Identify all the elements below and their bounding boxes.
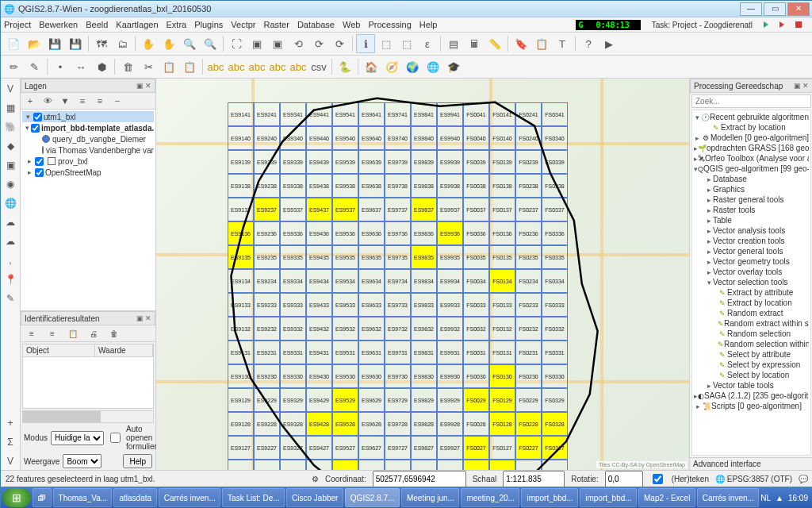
grid-cell[interactable]: FS0134: [489, 269, 515, 293]
grid-cell[interactable]: ES9735: [385, 245, 411, 269]
scale-input[interactable]: [503, 471, 565, 487]
grid-cell[interactable]: FS0333: [542, 293, 568, 317]
stop-icon[interactable]: [795, 21, 802, 28]
grid-cell[interactable]: ES9740: [385, 126, 411, 150]
grid-cell[interactable]: FS0331: [542, 341, 568, 364]
grid-cell[interactable]: ES9831: [411, 341, 437, 364]
grid-cell[interactable]: ES9436: [306, 221, 332, 245]
grid-cell[interactable]: FS0327: [542, 436, 568, 460]
grid-cell[interactable]: ES9537: [332, 198, 358, 221]
task-item[interactable]: Task List: De...: [222, 488, 285, 507]
coords-icon[interactable]: +: [2, 414, 19, 432]
grid-cell[interactable]: ES9140: [228, 126, 254, 150]
menu-database[interactable]: Database: [297, 20, 335, 29]
menu-extra[interactable]: Extra: [167, 20, 187, 29]
grid-cell[interactable]: ES9726: [385, 460, 411, 470]
grid-cell[interactable]: ES9240: [254, 126, 280, 150]
grid-cell[interactable]: ES9932: [437, 317, 463, 341]
layer-visible-icon[interactable]: 👁: [40, 93, 56, 109]
map-canvas[interactable]: ES9141ES9241ES9341ES9441ES9541ES9641ES97…: [156, 79, 689, 470]
grid-cell[interactable]: FS0131: [489, 341, 515, 364]
grid-cell[interactable]: FS0040: [463, 126, 489, 150]
grid-cell[interactable]: ES9526: [332, 460, 358, 470]
pan-icon[interactable]: ✋: [139, 34, 158, 53]
task-item[interactable]: atlasdata: [113, 488, 156, 507]
grid-cell[interactable]: FS0340: [542, 126, 568, 150]
grid-cell[interactable]: FS0141: [489, 102, 515, 126]
add-feature-icon[interactable]: •: [51, 57, 70, 76]
grid-cell[interactable]: ES9432: [306, 317, 332, 341]
grid-cell[interactable]: ES9333: [280, 293, 306, 317]
grid-cell[interactable]: FS0027: [463, 436, 489, 460]
task-item[interactable]: Carrés inven...: [697, 488, 759, 507]
grid-cell[interactable]: ES9239: [254, 150, 280, 174]
select-expression-icon[interactable]: ε: [418, 34, 437, 53]
grid-cell[interactable]: FS0329: [542, 388, 568, 412]
messages-icon[interactable]: 💬: [799, 475, 808, 483]
run-icon[interactable]: ▶: [599, 34, 619, 53]
copy-icon[interactable]: 📋: [159, 57, 178, 76]
annotation-icon[interactable]: T: [553, 34, 572, 53]
grid-cell[interactable]: ES9539: [332, 150, 358, 174]
grid-cell[interactable]: ES9738: [385, 174, 411, 198]
save-icon[interactable]: 💾: [45, 34, 64, 53]
grid-cell[interactable]: FS0339: [542, 150, 568, 174]
layer-utm[interactable]: ▾utm1_bxl: [22, 111, 154, 122]
task-item[interactable]: Map2 - Excel: [638, 488, 695, 507]
label-change-icon[interactable]: abc: [289, 57, 308, 76]
label-icon[interactable]: abc: [206, 57, 225, 76]
grid-cell[interactable]: FS0232: [515, 317, 542, 341]
grid-cell[interactable]: ES9338: [280, 174, 306, 198]
grid-cell[interactable]: FS0240: [515, 126, 542, 150]
grid-cell[interactable]: FS0038: [463, 174, 489, 198]
grid-cell[interactable]: ES9535: [332, 245, 358, 269]
bookmark-icon[interactable]: 🔖: [511, 34, 530, 53]
advanced-interface-label[interactable]: Advanced interface: [690, 457, 812, 470]
grid-cell[interactable]: ES9832: [411, 317, 437, 341]
grid-cell[interactable]: ES9430: [306, 364, 332, 388]
rotation-input[interactable]: [605, 471, 643, 487]
grid-cell[interactable]: ES9734: [385, 269, 411, 293]
grid-cell[interactable]: ES9232: [254, 317, 280, 341]
grid-cell[interactable]: ES9339: [280, 150, 306, 174]
play-icon[interactable]: [764, 21, 768, 28]
zoom-full-icon[interactable]: ⛶: [227, 34, 246, 53]
zoom-in-icon[interactable]: 🔍: [180, 34, 199, 53]
grid-cell[interactable]: ES9228: [254, 412, 280, 436]
grid-cell[interactable]: ES9428: [306, 412, 332, 436]
id-expand-icon[interactable]: ≡: [22, 324, 41, 343]
grid-cell[interactable]: ES9929: [437, 388, 463, 412]
grid-cell[interactable]: ES9429: [306, 388, 332, 412]
grid-cell[interactable]: ES9937: [437, 198, 463, 221]
grid-cell[interactable]: FS0334: [542, 269, 568, 293]
grid-cell[interactable]: FS0034: [463, 269, 489, 293]
coord-input[interactable]: [373, 471, 466, 487]
grid-cell[interactable]: ES9636: [358, 221, 385, 245]
edit-icon[interactable]: ✏: [4, 57, 23, 76]
label-tool-icon[interactable]: abc: [227, 57, 246, 76]
grid-cell[interactable]: ES9927: [437, 436, 463, 460]
grid-cell[interactable]: FS0028: [463, 412, 489, 436]
grid-cell[interactable]: ES9326: [280, 460, 306, 470]
add-wfs-icon[interactable]: ☁: [2, 233, 19, 250]
layer-collapse-icon[interactable]: ≡: [92, 93, 108, 109]
grid-cell[interactable]: ES9334: [280, 269, 306, 293]
table-icon[interactable]: ▤: [444, 34, 463, 53]
grid-cell[interactable]: ES9935: [437, 245, 463, 269]
grid-cell[interactable]: FS0337: [542, 198, 568, 221]
grid-cell[interactable]: FS0228: [515, 412, 542, 436]
grid-cell[interactable]: ES9427: [306, 436, 332, 460]
refresh-icon[interactable]: ⟳: [330, 34, 349, 53]
grid-cell[interactable]: FS0138: [489, 174, 515, 198]
grid-cell[interactable]: ES9134: [228, 269, 254, 293]
select-icon[interactable]: ⬚: [377, 34, 396, 53]
grid-cell[interactable]: FS0035: [463, 245, 489, 269]
grid-cell[interactable]: ES9227: [254, 436, 280, 460]
grid-cell[interactable]: ES9426: [306, 460, 332, 470]
grid-cell[interactable]: FS0235: [515, 245, 542, 269]
grid-cell[interactable]: FS0037: [463, 198, 489, 221]
zoom-selection-icon[interactable]: ▣: [268, 34, 287, 53]
grid-cell[interactable]: ES9434: [306, 269, 332, 293]
menu-view[interactable]: Beeld: [86, 20, 108, 29]
grid-cell[interactable]: ES9931: [437, 341, 463, 364]
